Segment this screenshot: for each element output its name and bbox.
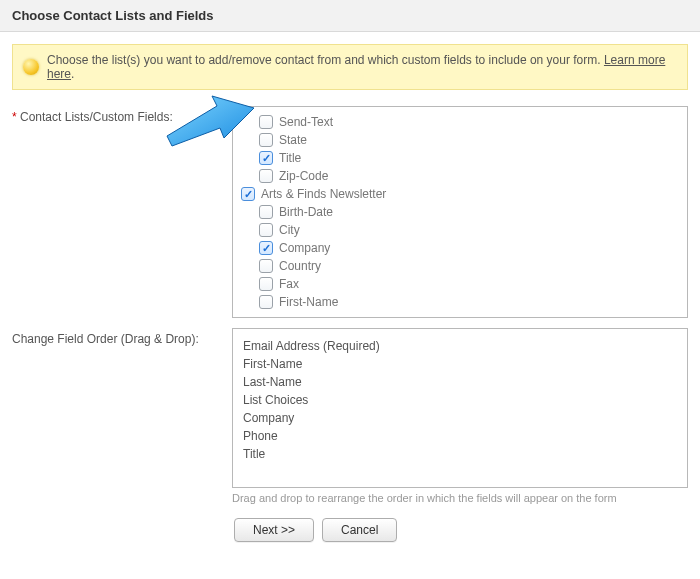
checklist-item-label: Country — [279, 259, 321, 273]
checklist-item-label: Birth-Date — [279, 205, 333, 219]
info-text: Choose the list(s) you want to add/remov… — [47, 53, 677, 81]
required-asterisk: * — [12, 110, 17, 124]
checklist-item: Fax — [241, 275, 679, 293]
checklist-item: State — [241, 131, 679, 149]
lightbulb-icon — [23, 59, 39, 75]
checklist-item: Company — [241, 239, 679, 257]
change-order-body: Email Address (Required)First-NameLast-N… — [232, 328, 688, 504]
field-order-list[interactable]: Email Address (Required)First-NameLast-N… — [232, 328, 688, 488]
checkbox[interactable] — [259, 277, 273, 291]
button-row: Next >> Cancel — [234, 518, 688, 542]
contact-lists-body: Send-TextStateTitleZip-CodeArts & Finds … — [232, 106, 688, 318]
content-area: Choose the list(s) you want to add/remov… — [0, 32, 700, 562]
checklist-item: Send-Text — [241, 113, 679, 131]
checklist-item-label: Title — [279, 151, 301, 165]
checkbox[interactable] — [259, 295, 273, 309]
checkbox[interactable] — [259, 151, 273, 165]
checkbox[interactable] — [259, 259, 273, 273]
checklist-item-label: City — [279, 223, 300, 237]
page-title: Choose Contact Lists and Fields — [0, 0, 700, 32]
order-hint: Drag and drop to rearrange the order in … — [232, 492, 688, 504]
contact-lists-label-text: Contact Lists/Custom Fields: — [20, 110, 173, 124]
order-item[interactable]: Phone — [243, 427, 677, 445]
checklist-item: Zip-Code — [241, 167, 679, 185]
checkbox[interactable] — [259, 133, 273, 147]
checkbox[interactable] — [259, 223, 273, 237]
cancel-button[interactable]: Cancel — [322, 518, 397, 542]
checkbox[interactable] — [241, 187, 255, 201]
checklist-item-label: State — [279, 133, 307, 147]
next-button[interactable]: Next >> — [234, 518, 314, 542]
change-order-row: Change Field Order (Drag & Drop): Email … — [12, 328, 688, 504]
checklist-item: Country — [241, 257, 679, 275]
order-item[interactable]: Company — [243, 409, 677, 427]
order-item[interactable]: Last-Name — [243, 373, 677, 391]
contact-lists-label: * Contact Lists/Custom Fields: — [12, 106, 232, 124]
order-item[interactable]: List Choices — [243, 391, 677, 409]
checklist-item: First-Name — [241, 293, 679, 311]
order-item[interactable]: Email Address (Required) — [243, 337, 677, 355]
order-item[interactable]: Title — [243, 445, 677, 463]
checklist-item-label: Zip-Code — [279, 169, 328, 183]
fields-checkbox-list: Send-TextStateTitleZip-CodeArts & Finds … — [232, 106, 688, 318]
checkbox[interactable] — [259, 115, 273, 129]
checklist-item: Title — [241, 149, 679, 167]
checklist-item-label: First-Name — [279, 295, 338, 309]
checklist-item: City — [241, 221, 679, 239]
order-item[interactable]: First-Name — [243, 355, 677, 373]
info-banner: Choose the list(s) you want to add/remov… — [12, 44, 688, 90]
checkbox[interactable] — [259, 205, 273, 219]
checklist-item-label: Fax — [279, 277, 299, 291]
checklist-item-label: Send-Text — [279, 115, 333, 129]
change-order-label: Change Field Order (Drag & Drop): — [12, 328, 232, 346]
checklist-item: Birth-Date — [241, 203, 679, 221]
checklist-item-label: Company — [279, 241, 330, 255]
page-title-text: Choose Contact Lists and Fields — [12, 8, 214, 23]
contact-lists-row: * Contact Lists/Custom Fields: Send-Text… — [12, 106, 688, 318]
checkbox[interactable] — [259, 169, 273, 183]
checkbox[interactable] — [259, 241, 273, 255]
checklist-item: Arts & Finds Newsletter — [241, 185, 679, 203]
checklist-item-label: Arts & Finds Newsletter — [261, 187, 386, 201]
change-order-label-text: Change Field Order (Drag & Drop): — [12, 332, 199, 346]
info-text-body: Choose the list(s) you want to add/remov… — [47, 53, 604, 67]
